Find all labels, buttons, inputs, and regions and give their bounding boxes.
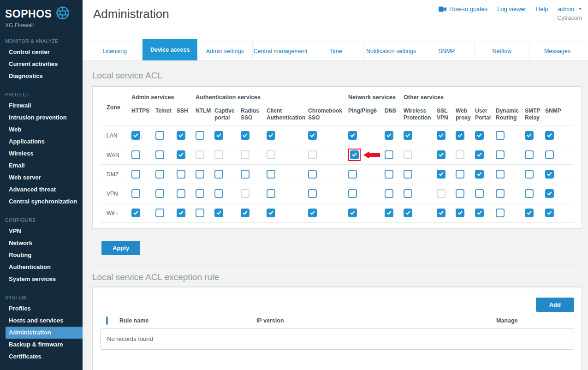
sidebar-item-profiles[interactable]: Profiles — [0, 303, 83, 315]
tab-notification-settings[interactable]: Notification settings — [364, 42, 419, 60]
checkbox-wan-ssh[interactable] — [177, 150, 185, 159]
checkbox-dmz-client-authentication[interactable] — [267, 170, 275, 179]
checkbox-wan-ping-ping6[interactable] — [350, 150, 359, 159]
sidebar-item-web[interactable]: Web — [0, 124, 83, 136]
checkbox-wifi-client-authentication[interactable] — [267, 209, 275, 217]
checkbox-lan-client-authentication[interactable] — [267, 131, 275, 140]
sidebar-item-hosts-and-services[interactable]: Hosts and services — [0, 315, 83, 327]
checkbox-dmz-ssh[interactable] — [177, 170, 185, 179]
checkbox-dmz-dynamic-routing[interactable] — [496, 170, 505, 179]
checkbox-vpn-smtp-relay[interactable] — [525, 189, 534, 198]
checkbox-dmz-user-portal[interactable] — [475, 170, 484, 179]
sidebar-item-certificates[interactable]: Certificates — [0, 351, 83, 363]
sidebar-item-vpn[interactable]: VPN — [0, 225, 83, 237]
tab-messages[interactable]: Messages — [530, 42, 585, 60]
checkbox-wifi-snmp[interactable] — [545, 209, 554, 217]
checkbox-lan-telnet[interactable] — [155, 131, 164, 140]
checkbox-wan-dynamic-routing[interactable] — [496, 150, 505, 159]
checkbox-wifi-ping-ping6[interactable] — [348, 209, 357, 217]
checkbox-dmz-wireless-protection[interactable] — [404, 170, 412, 179]
sidebar-item-email[interactable]: Email — [0, 160, 83, 172]
checkbox-lan-https[interactable] — [131, 131, 140, 140]
checkbox-vpn-https[interactable] — [131, 189, 140, 198]
sidebar-item-applications[interactable]: Applications — [0, 136, 83, 148]
tab-licensing[interactable]: Licensing — [87, 42, 143, 60]
checkbox-dmz-ping-ping6[interactable] — [348, 170, 357, 179]
checkbox-dmz-ssl-vpn[interactable] — [437, 170, 445, 179]
checkbox-wan-ssl-vpn[interactable] — [437, 150, 445, 159]
checkbox-dmz-captive-portal[interactable] — [214, 170, 223, 179]
checkbox-dmz-telnet[interactable] — [155, 170, 164, 179]
checkbox-vpn-ssh[interactable] — [177, 189, 185, 198]
sidebar-item-firewall[interactable]: Firewall — [0, 100, 83, 112]
checkbox-wan-user-portal[interactable] — [475, 150, 484, 159]
checkbox-wifi-ssh[interactable] — [177, 209, 185, 217]
sidebar-item-control-center[interactable]: Control center — [0, 46, 83, 58]
sidebar-item-administration[interactable]: Administration — [6, 327, 83, 339]
top-link-help[interactable]: Help — [536, 6, 548, 12]
checkbox-dmz-https[interactable] — [131, 170, 140, 179]
checkbox-wifi-smtp-relay[interactable] — [525, 209, 534, 217]
checkbox-vpn-telnet[interactable] — [155, 189, 164, 198]
checkbox-wifi-dns[interactable] — [385, 209, 393, 217]
tab-central-management[interactable]: Central management — [253, 42, 308, 60]
sidebar-item-wireless[interactable]: Wireless — [0, 148, 83, 160]
checkbox-lan-smtp-relay[interactable] — [525, 131, 534, 140]
top-link-how-to-guides[interactable]: How-to guides — [439, 6, 487, 12]
sidebar-item-intrusion-prevention[interactable]: Intrusion prevention — [0, 112, 83, 124]
checkbox-lan-user-portal[interactable] — [475, 131, 484, 140]
checkbox-vpn-client-authentication[interactable] — [267, 189, 275, 198]
checkbox-lan-ssh[interactable] — [177, 131, 185, 140]
checkbox-lan-dynamic-routing[interactable] — [496, 131, 505, 140]
sidebar-item-central-synchronization[interactable]: Central synchronization — [0, 196, 83, 208]
sidebar-item-system-services[interactable]: System services — [0, 273, 83, 285]
checkbox-vpn-user-portal[interactable] — [475, 189, 484, 198]
checkbox-lan-snmp[interactable] — [545, 131, 554, 140]
checkbox-wifi-ssl-vpn[interactable] — [437, 209, 445, 217]
checkbox-vpn-snmp[interactable] — [545, 189, 554, 198]
tab-device-access[interactable]: Device access — [143, 39, 197, 60]
checkbox-wifi-https[interactable] — [131, 209, 140, 217]
checkbox-wifi-radius-sso[interactable] — [241, 209, 249, 217]
add-button[interactable]: Add — [536, 298, 574, 312]
sidebar-item-network[interactable]: Network — [0, 237, 83, 249]
checkbox-vpn-web-proxy[interactable] — [456, 189, 464, 198]
checkbox-wifi-web-proxy[interactable] — [456, 209, 464, 217]
checkbox-wifi-user-portal[interactable] — [475, 209, 484, 217]
checkbox-dmz-smtp-relay[interactable] — [525, 170, 534, 179]
checkbox-wifi-dynamic-routing[interactable] — [496, 209, 505, 217]
sidebar-item-routing[interactable]: Routing — [0, 249, 83, 261]
checkbox-wan-telnet[interactable] — [155, 150, 164, 159]
checkbox-vpn-ntlm[interactable] — [196, 189, 204, 198]
checkbox-dmz-dns[interactable] — [385, 170, 393, 179]
tab-time[interactable]: Time — [308, 42, 363, 60]
checkbox-dmz-snmp[interactable] — [545, 170, 554, 179]
checkbox-lan-ntlm[interactable] — [196, 131, 204, 140]
checkbox-dmz-web-proxy[interactable] — [456, 170, 464, 179]
checkbox-wifi-ntlm[interactable] — [196, 209, 204, 217]
top-link-admin[interactable]: admin▼ — [558, 6, 582, 12]
select-all-checkbox[interactable] — [106, 316, 108, 325]
checkbox-lan-chromebook-sso[interactable] — [308, 131, 317, 140]
tab-admin-settings[interactable]: Admin settings — [197, 42, 253, 60]
checkbox-dmz-radius-sso[interactable] — [241, 170, 249, 179]
tab-snmp[interactable]: SNMP — [419, 42, 475, 60]
checkbox-lan-ping-ping6[interactable] — [348, 131, 357, 140]
top-link-log-viewer[interactable]: Log viewer — [497, 6, 526, 12]
checkbox-dmz-chromebook-sso[interactable] — [308, 170, 317, 179]
apply-button[interactable]: Apply — [101, 241, 140, 255]
checkbox-lan-ssl-vpn[interactable] — [437, 131, 445, 140]
checkbox-wan-dns[interactable] — [385, 150, 393, 159]
sidebar-item-current-activities[interactable]: Current activities — [0, 58, 83, 70]
checkbox-lan-dns[interactable] — [385, 131, 393, 140]
checkbox-wan-snmp[interactable] — [545, 150, 554, 159]
checkbox-vpn-wireless-protection[interactable] — [404, 189, 412, 198]
sidebar-item-diagnostics[interactable]: Diagnostics — [0, 70, 83, 82]
checkbox-wan-https[interactable] — [131, 150, 140, 159]
checkbox-dmz-ntlm[interactable] — [196, 170, 204, 179]
checkbox-wifi-telnet[interactable] — [155, 209, 164, 217]
checkbox-wan-smtp-relay[interactable] — [525, 150, 534, 159]
checkbox-wifi-wireless-protection[interactable] — [404, 209, 412, 217]
checkbox-lan-radius-sso[interactable] — [241, 131, 249, 140]
checkbox-lan-captive-portal[interactable] — [214, 131, 223, 140]
